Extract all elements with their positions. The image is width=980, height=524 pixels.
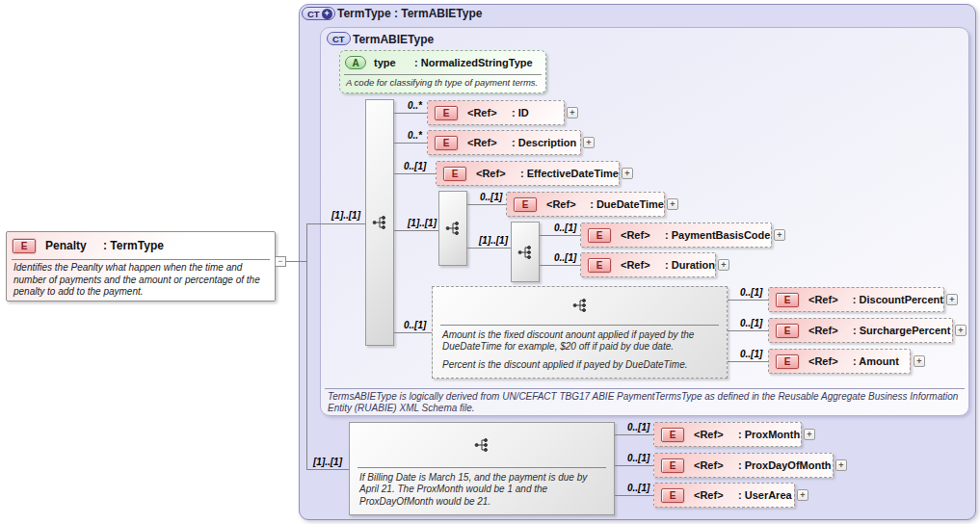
element-badge-icon: E [661, 458, 684, 473]
sequence-icon [572, 298, 588, 313]
cardinality-label: [1]..[1] [408, 218, 437, 228]
ct-badge-label: CT [332, 34, 345, 44]
cardinality-label: 0..[1] [627, 453, 649, 463]
expand-button[interactable]: + [955, 325, 967, 336]
element-ref-paymentbasiscode[interactable]: E <Ref> : PaymentBasisCode [580, 223, 772, 248]
expand-button[interactable]: + [718, 259, 729, 271]
element-badge-icon: E [776, 324, 799, 338]
element-ref-description[interactable]: E <Ref> : Description [427, 130, 581, 155]
element-ref-label: <Ref> [467, 137, 512, 148]
sequence-icon [445, 221, 461, 236]
element-ref-label: <Ref> [808, 294, 853, 305]
attribute-doc: A code for classifying th type of paymen… [340, 75, 545, 90]
expand-button[interactable]: + [567, 107, 578, 118]
connector-line [615, 434, 653, 435]
element-ref-duration[interactable]: E <Ref> : Duration [580, 252, 716, 277]
element-type: : DiscountPercent [853, 294, 943, 305]
element-ref-amount[interactable]: E <Ref> : Amount [768, 349, 911, 374]
element-type: : SurchargePercent [853, 325, 950, 336]
cardinality-label: 0..[1] [740, 318, 762, 328]
attribute-name: type [374, 57, 414, 68]
ct-badge-label: CT [307, 9, 320, 19]
expand-button[interactable]: + [914, 355, 925, 367]
prox-sequence-group[interactable]: If Billing Date is March 15, and the pay… [349, 422, 615, 515]
expand-button[interactable]: + [774, 229, 785, 241]
penalty-type: : TermType [103, 239, 164, 252]
element-ref-duedatetime[interactable]: E <Ref> : DueDateTime [506, 192, 665, 217]
element-ref-discountpercent[interactable]: E <Ref> : DiscountPercent [768, 287, 944, 312]
sequence-compositor[interactable] [365, 99, 394, 346]
cardinality-label: 0..[1] [404, 161, 426, 171]
element-ref-surchargepercent[interactable]: E <Ref> : SurchargePercent [768, 318, 953, 343]
connector-line [728, 300, 768, 301]
element-ref-label: <Ref> [694, 489, 738, 501]
sequence-icon [474, 437, 490, 453]
cardinality-label: [1]..[1] [331, 210, 360, 221]
element-badge-icon: E [13, 239, 36, 253]
ct-plus-badge[interactable]: CT + [302, 7, 335, 20]
sequence-icon [517, 245, 533, 260]
element-type: : Amount [853, 355, 899, 367]
element-type: : Description [512, 137, 576, 148]
collapse-toggle[interactable]: − [275, 256, 286, 267]
element-badge-icon: E [776, 354, 799, 369]
element-ref-label: <Ref> [621, 229, 665, 241]
element-ref-id[interactable]: E <Ref> : ID [427, 100, 565, 125]
element-type: : EffectiveDateTime [520, 168, 619, 179]
connector-line [728, 361, 768, 362]
element-ref-label: <Ref> [467, 107, 512, 118]
element-penalty-box[interactable]: E Penalty : TermType Identifies the Pean… [6, 231, 276, 301]
connector-line [615, 465, 653, 466]
expand-button[interactable]: + [667, 198, 678, 210]
element-ref-label: <Ref> [694, 459, 738, 471]
connector-line [394, 113, 427, 114]
element-badge-icon: E [776, 293, 799, 307]
expand-button[interactable]: + [622, 168, 633, 179]
element-ref-proxdayofmonth[interactable]: E <Ref> : ProxDayOfMonth [653, 453, 834, 478]
schema-diagram: CT + TermType : TermABIEType CT TermABIE… [0, 0, 980, 524]
element-ref-label: <Ref> [694, 429, 738, 440]
connector-line [306, 469, 349, 470]
connector-line [540, 235, 580, 236]
cardinality-label: 0..[1] [480, 192, 502, 202]
cardinality-label: 0..[1] [404, 320, 426, 330]
element-type: : ProxMonth [738, 429, 800, 440]
expand-button[interactable]: + [583, 137, 595, 148]
element-type: : Duration [665, 259, 715, 271]
element-ref-userarea[interactable]: E <Ref> : UserArea [653, 483, 795, 508]
discount-sequence-group[interactable]: Amount is the fixed discount anount appl… [432, 286, 728, 379]
outer-title: TermType : TermABIEType [337, 7, 482, 20]
element-type: : DueDateTime [590, 198, 664, 210]
divider [325, 388, 965, 389]
connector-line [394, 143, 427, 144]
expand-button[interactable]: + [946, 294, 958, 305]
cardinality-label: 0..[1] [554, 252, 576, 263]
ct-badge[interactable]: CT [327, 32, 351, 45]
sequence-compositor[interactable] [438, 191, 467, 266]
penalty-doc: Identifies the Peanlty what happen when … [7, 260, 275, 301]
expand-button[interactable]: + [797, 489, 808, 501]
expand-button[interactable]: + [804, 429, 815, 440]
inner-title: TermABIEType [353, 33, 434, 46]
element-badge-icon: E [514, 197, 537, 212]
element-ref-label: <Ref> [808, 325, 853, 336]
cardinality-label: 0..* [408, 100, 422, 111]
cardinality-label: 0..[1] [740, 349, 762, 359]
element-ref-label: <Ref> [621, 259, 665, 271]
connector-line [394, 332, 432, 333]
attribute-type-box[interactable]: A type : NormalizedStringType A code for… [339, 50, 546, 93]
expand-button[interactable]: + [835, 459, 847, 471]
element-ref-label: <Ref> [476, 168, 520, 179]
element-ref-label: <Ref> [808, 355, 853, 367]
cardinality-label: 0..[1] [554, 223, 576, 233]
element-badge-icon: E [435, 136, 458, 150]
element-ref-proxmonth[interactable]: E <Ref> : ProxMonth [653, 422, 802, 447]
sequence-compositor[interactable] [511, 222, 540, 282]
connector-line [394, 230, 438, 231]
element-type: : UserArea [738, 489, 792, 501]
sequence-icon [372, 215, 387, 230]
attribute-badge-icon: A [345, 56, 366, 69]
connector-line [394, 173, 436, 174]
element-ref-effectivedatetime[interactable]: E <Ref> : EffectiveDateTime [436, 161, 620, 186]
element-type: : PaymentBasisCode [665, 229, 770, 241]
